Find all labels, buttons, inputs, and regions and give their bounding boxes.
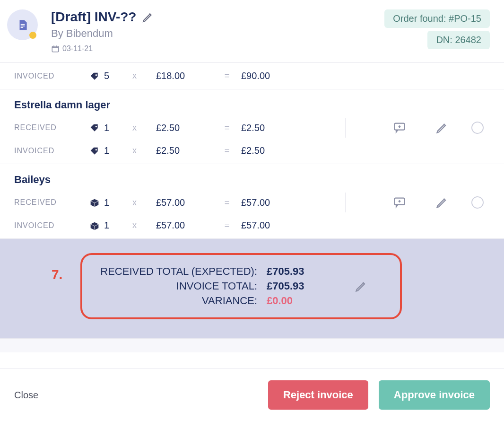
select-circle[interactable] <box>463 196 492 209</box>
line-row-baileys-invoiced: INVOICED 1 x £57.00 = £57.00 <box>0 216 504 235</box>
footer-gap <box>0 338 504 352</box>
row-label: RECEIVED <box>14 123 90 132</box>
line-row-estrella-invoiced: INVOICED 1 x £2.50 = £2.50 <box>0 141 504 160</box>
times: x <box>132 198 156 208</box>
qty: 1 <box>104 197 132 208</box>
comment-button[interactable] <box>378 196 421 209</box>
qty: 1 <box>104 220 132 231</box>
divider <box>345 193 346 212</box>
line-row-estrella-received: RECEIVED 1 x £2.50 = £2.50 <box>0 114 504 141</box>
svg-point-7 <box>96 149 97 150</box>
times: x <box>132 146 156 156</box>
calendar-icon <box>51 44 60 53</box>
totals-block: 7. RECEIVED TOTAL (EXPECTED): £705.93 IN… <box>0 239 504 338</box>
box-icon <box>90 220 104 231</box>
document-icon <box>17 19 29 31</box>
svg-rect-1 <box>20 26 25 26</box>
price: £57.00 <box>156 220 213 231</box>
row-label: INVOICED <box>14 72 90 80</box>
edit-title-icon[interactable] <box>142 11 154 23</box>
svg-rect-2 <box>20 27 23 28</box>
edit-line-button[interactable] <box>421 196 463 209</box>
invoice-total-value: £705.93 <box>267 280 352 292</box>
price: £18.00 <box>156 70 213 81</box>
received-total-value: £705.93 <box>267 265 352 278</box>
tag-icon <box>90 123 104 133</box>
equals: = <box>213 71 241 81</box>
comment-button[interactable] <box>378 121 421 134</box>
svg-point-4 <box>96 74 97 76</box>
dn-pill[interactable]: DN: 26482 <box>427 31 490 49</box>
approve-invoice-button[interactable]: Approve invoice <box>379 380 490 410</box>
tag-icon <box>90 70 104 81</box>
line-section-orphan: INVOICED 5 x £18.00 = £90.00 <box>0 63 504 89</box>
invoice-header: [Draft] INV-?? By Bibendum 03-11-21 Orde… <box>0 0 504 63</box>
variance-value: £0.00 <box>267 295 352 307</box>
header-pills: Order found: #PO-15 DN: 26482 <box>384 9 490 49</box>
header-info: [Draft] INV-?? By Bibendum 03-11-21 <box>51 9 384 53</box>
times: x <box>132 71 156 81</box>
edit-invoice-total-button[interactable] <box>352 280 371 293</box>
row-label: INVOICED <box>14 147 90 155</box>
row-label: RECEIVED <box>14 198 90 207</box>
equals: = <box>213 220 241 230</box>
svg-rect-0 <box>20 24 25 25</box>
price: £2.50 <box>156 145 213 156</box>
svg-point-5 <box>96 126 97 127</box>
line-total: £57.00 <box>241 220 312 231</box>
line-total: £2.50 <box>241 145 312 156</box>
callout-number: 7. <box>52 267 62 282</box>
equals: = <box>213 146 241 156</box>
times: x <box>132 123 156 133</box>
supplier-name: By Bibendum <box>51 27 384 40</box>
line-row-baileys-received: RECEIVED 1 x £57.00 = £57.00 <box>0 189 504 216</box>
equals: = <box>213 123 241 133</box>
line-total: £2.50 <box>241 123 312 133</box>
invoice-total-label: INVOICE TOTAL: <box>87 280 267 292</box>
invoice-date: 03-11-21 <box>62 44 93 53</box>
line-section-estrella: Estrella damn lager RECEIVED 1 x £2.50 =… <box>0 89 504 164</box>
price: £57.00 <box>156 197 213 208</box>
row-label: INVOICED <box>14 221 90 230</box>
close-link[interactable]: Close <box>14 390 38 401</box>
svg-rect-3 <box>52 46 59 52</box>
edit-line-button[interactable] <box>421 121 463 134</box>
box-icon <box>90 197 104 208</box>
invoice-title: [Draft] INV-?? <box>51 9 136 25</box>
totals-callout: 7. RECEIVED TOTAL (EXPECTED): £705.93 IN… <box>80 253 402 319</box>
document-avatar <box>7 9 38 40</box>
product-name: Estrella damn lager <box>0 93 504 114</box>
price: £2.50 <box>156 123 213 133</box>
reject-invoice-button[interactable]: Reject invoice <box>268 380 368 410</box>
variance-label: VARIANCE: <box>87 295 267 307</box>
line-total: £90.00 <box>241 70 312 81</box>
select-circle[interactable] <box>463 122 492 134</box>
line-total: £57.00 <box>241 197 312 208</box>
order-found-pill[interactable]: Order found: #PO-15 <box>384 9 490 28</box>
qty: 1 <box>104 145 132 156</box>
line-section-baileys: Baileys RECEIVED 1 x £57.00 = £57.00 INV… <box>0 164 504 239</box>
equals: = <box>213 198 241 208</box>
line-row-orphan-invoiced: INVOICED 5 x £18.00 = £90.00 <box>0 67 504 85</box>
footer: Close Reject invoice Approve invoice <box>0 368 504 421</box>
received-total-label: RECEIVED TOTAL (EXPECTED): <box>87 265 267 278</box>
product-name: Baileys <box>0 168 504 189</box>
times: x <box>132 220 156 230</box>
divider <box>345 118 346 138</box>
line-list: INVOICED 5 x £18.00 = £90.00 Estrella da… <box>0 63 504 352</box>
qty: 1 <box>104 123 132 133</box>
qty: 5 <box>104 70 132 81</box>
status-dot <box>29 32 36 39</box>
tag-icon <box>90 145 104 156</box>
